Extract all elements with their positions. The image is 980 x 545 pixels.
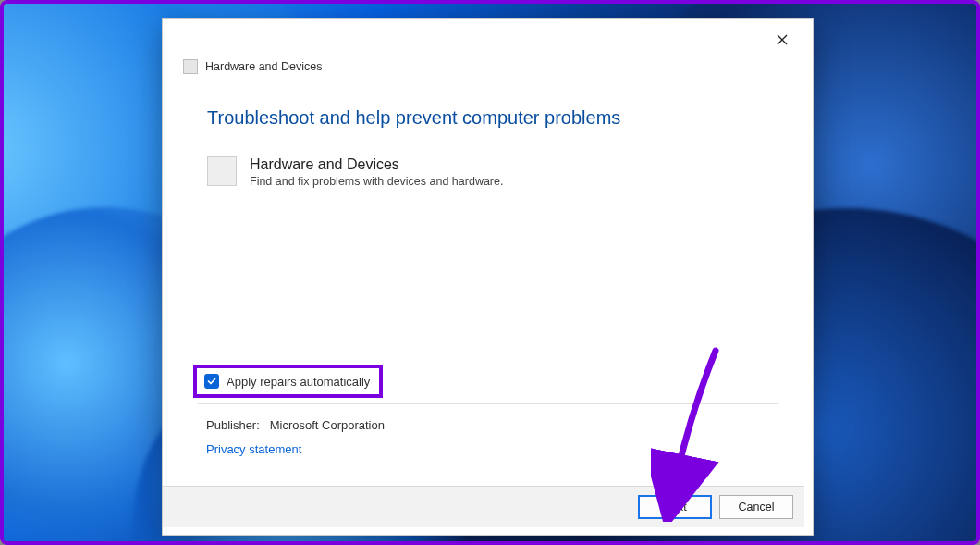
dialog-footer: Next Cancel: [163, 486, 804, 527]
device-icon: [207, 156, 237, 186]
troubleshooter-dialog: Hardware and Devices Troubleshoot and he…: [162, 18, 814, 536]
close-button[interactable]: [763, 26, 802, 54]
apply-repairs-checkbox[interactable]: [204, 374, 219, 389]
apply-repairs-row[interactable]: Apply repairs automatically: [193, 365, 383, 398]
dialog-title: Hardware and Devices: [205, 60, 322, 73]
dialog-content: Troubleshoot and help prevent computer p…: [163, 80, 813, 535]
troubleshooter-item: Hardware and Devices Find and fix proble…: [207, 156, 768, 188]
dialog-header: Hardware and Devices: [163, 59, 813, 80]
hardware-icon: [183, 59, 198, 74]
check-icon: [207, 377, 216, 386]
privacy-link[interactable]: Privacy statement: [206, 442, 301, 456]
close-icon: [777, 34, 788, 45]
item-title: Hardware and Devices: [250, 156, 503, 173]
publisher-label: Publisher:: [206, 418, 266, 432]
separator: [198, 403, 778, 404]
item-description: Find and fix problems with devices and h…: [250, 175, 503, 188]
apply-repairs-label[interactable]: Apply repairs automatically: [227, 375, 370, 389]
publisher-row: Publisher: Microsoft Corporation: [206, 418, 385, 432]
cancel-button[interactable]: Cancel: [719, 495, 793, 519]
next-button[interactable]: Next: [638, 495, 712, 519]
publisher-value: Microsoft Corporation: [270, 418, 385, 432]
titlebar: [163, 19, 813, 59]
page-heading: Troubleshoot and help prevent computer p…: [207, 107, 768, 129]
